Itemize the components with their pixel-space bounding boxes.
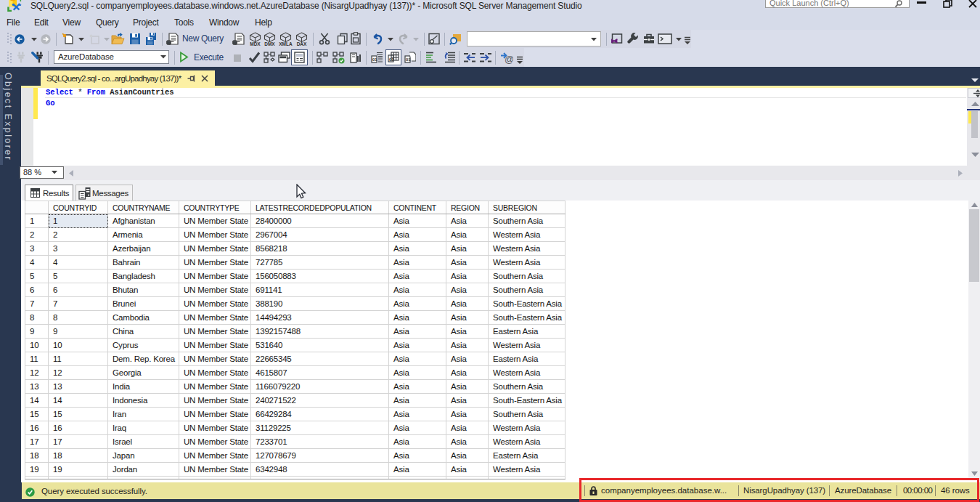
svg-text:MDX: MDX: [250, 41, 261, 46]
svg-text:01: 01: [372, 57, 377, 62]
svg-text:DMX: DMX: [264, 41, 275, 46]
svg-text:DAX: DAX: [297, 41, 307, 46]
svg-text:@: @: [505, 54, 513, 64]
svg-text:XMLA: XMLA: [279, 41, 293, 46]
svg-text:01: 01: [406, 57, 411, 62]
